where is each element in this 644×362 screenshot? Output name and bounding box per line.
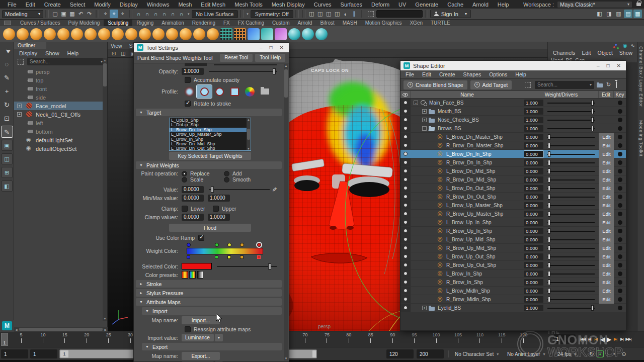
sculpt-scrape-brush-icon[interactable] [166,28,178,40]
outliner-menu-item[interactable]: Show [45,50,59,56]
xyz-axis-icon[interactable] [613,46,615,48]
import-value-dropdown[interactable]: Luminance [182,334,214,341]
create-blend-shape-button[interactable]: +Create Blend Shape [404,80,467,89]
visibility-toggle[interactable] [400,244,411,252]
rotate-to-stroke-checkbox[interactable] [185,101,191,107]
weight-slider[interactable] [547,305,595,311]
live-surface-field[interactable]: No Live Surface [192,10,238,18]
outliner-vertical-scrollbar[interactable]: ▲▼ [103,58,107,321]
arnold-renderview-toggle-icon[interactable]: ▦ [633,10,642,18]
clamp-upper-checkbox[interactable] [213,206,219,212]
channel-box-menu-item[interactable]: Object [597,50,612,56]
min-value-field[interactable]: 0.0000 [182,195,204,202]
ramp-stop-square[interactable] [215,255,218,259]
expand-icon[interactable] [17,69,22,74]
undo-icon[interactable]: ↶ [76,10,85,18]
outliner-item[interactable]: defaultObjectSet [14,144,107,153]
visibility-toggle[interactable] [400,287,411,295]
quick-selection-field[interactable] [376,10,423,18]
weight-slider[interactable] [547,296,595,303]
shape-editor-row[interactable]: L_Brow_Dn_Out_Shp 0.000 Edit [400,184,626,193]
snap-to-point-icon[interactable]: ∩ [151,10,160,18]
shelf-tab[interactable]: Custom [268,20,293,26]
statusline-separator[interactable] [96,10,99,18]
expand-icon[interactable] [17,78,22,82]
shape-editor-row[interactable]: R_Brow_Dn_In_Shp 0.000 Edit [400,158,626,167]
clamp-max-field[interactable]: 1.0000 [208,214,230,221]
export-section-header[interactable]: Export [142,343,282,350]
paint-operation-radio[interactable]: Replace [182,170,224,176]
shelf-tab[interactable]: XGen [406,20,427,26]
shape-editor-titlebar[interactable]: M Shape Editor – □ ✕ [400,61,626,70]
weight-value-field[interactable]: 1.000 [524,108,543,115]
clamp-lower-checkbox[interactable] [182,206,188,212]
animation-start-field[interactable]: 1 [1,349,28,358]
shape-editor-row[interactable]: L_Brow_Dn_Master_Shp 0.000 Edit [400,133,626,141]
statusline-separator[interactable] [240,10,244,18]
weight-slider[interactable] [547,185,595,192]
ramp-stop-dot[interactable] [215,243,219,247]
expand-icon[interactable] [431,212,435,216]
maximize-button[interactable]: □ [607,63,610,68]
shelf-tab[interactable]: TURTLE [427,20,454,26]
reassign-attribute-maps-checkbox[interactable] [185,326,191,332]
lasso-tool-icon[interactable]: ◌ [2,58,13,69]
save-scene-icon[interactable]: ▦ [68,10,76,18]
outliner-item[interactable]: defaultLightSet [14,136,107,144]
key-toggle[interactable] [614,280,626,285]
shelf-tab[interactable]: Arnold [293,20,316,26]
weight-value-field[interactable]: 0.000 [524,279,543,286]
anim-layer-dropdown[interactable]: No Anim Layer [504,349,548,358]
shape-editor-row[interactable]: R_Brow_Dn_Master_Shp 0.000 Edit [400,141,626,150]
ramp-stop-square[interactable] [257,255,261,259]
shelf-tab[interactable]: Rigging [132,20,157,26]
layout-two-pane-icon[interactable]: ◫ [2,153,13,164]
ramp-stop-dot[interactable] [187,243,191,247]
render-view-icon[interactable]: ◫ [307,10,316,18]
shape-editor-row[interactable]: L_Brow_Dn_In_Shp 0.000 Edit [400,150,626,158]
shape-editor-row[interactable]: L_Brow_Up_Master_Shp 0.000 Edit [400,201,626,210]
expand-icon[interactable] [431,203,435,208]
outliner-filter-icon[interactable] [18,59,24,65]
key-toggle[interactable] [614,195,626,199]
shape-editor-menu-item[interactable]: Options [489,71,507,77]
visibility-toggle[interactable] [400,193,411,201]
outliner-item[interactable]: front [14,84,107,93]
weight-slider[interactable] [547,142,595,149]
weight-value-field[interactable]: 0.000 [524,253,543,260]
expand-icon[interactable] [17,121,22,125]
playback-loop-icon[interactable]: ↻ [588,350,596,358]
menubar-item[interactable]: Arnold [468,2,493,8]
key-toggle[interactable] [614,152,626,156]
outliner-menu-item[interactable]: Display [19,50,37,56]
refresh-icon[interactable]: ↻ [606,81,613,88]
weight-column-header[interactable]: Weight/Drivers [524,91,599,98]
scale-tool-icon[interactable]: ⊡ [2,113,13,124]
menubar-item[interactable]: Cache [443,2,468,8]
sculpt-convert-grid-icon[interactable] [234,28,246,40]
tool-settings-toggle-icon[interactable]: ◨ [605,10,613,18]
shape-editor-row[interactable]: R_Brow_Dn_Out_Shp 0.000 Edit [400,193,626,201]
menubar-item[interactable]: Generate [411,2,443,8]
channel-box-menu-item[interactable]: Channels [553,50,575,56]
snap-options-arrow-icon[interactable]: ▾ [187,12,191,16]
camera-gate-icon[interactable]: ◉ [623,43,627,48]
animation-end-field[interactable]: 200 [417,349,444,358]
hotkey-runner-icon[interactable]: ⊙ [620,350,628,358]
shape-editor-menu-item[interactable]: Create [439,71,455,77]
weight-slider[interactable] [547,194,595,200]
attribute-maps-section-header[interactable]: Attribute Maps [136,298,282,306]
key-toggle[interactable] [614,254,626,259]
visibility-toggle[interactable] [400,218,411,226]
target-list-scrollbar[interactable]: ▲▼ [247,118,251,150]
edit-button[interactable]: Edit [599,244,614,252]
key-toggle[interactable] [614,135,626,139]
visibility-toggle[interactable] [400,201,411,209]
camera-attributes-icon[interactable]: ◫ [119,50,127,57]
selected-color-swatch[interactable] [182,263,212,269]
edit-button[interactable]: Edit [599,150,614,158]
weight-slider[interactable] [547,108,595,115]
shape-editor-row[interactable]: L_Brow_Dn_Mid_Shp 0.000 Edit [400,167,626,175]
weight-value-field[interactable]: 0.000 [524,202,543,209]
step-back-frame-button[interactable]: |◀ [586,334,592,344]
